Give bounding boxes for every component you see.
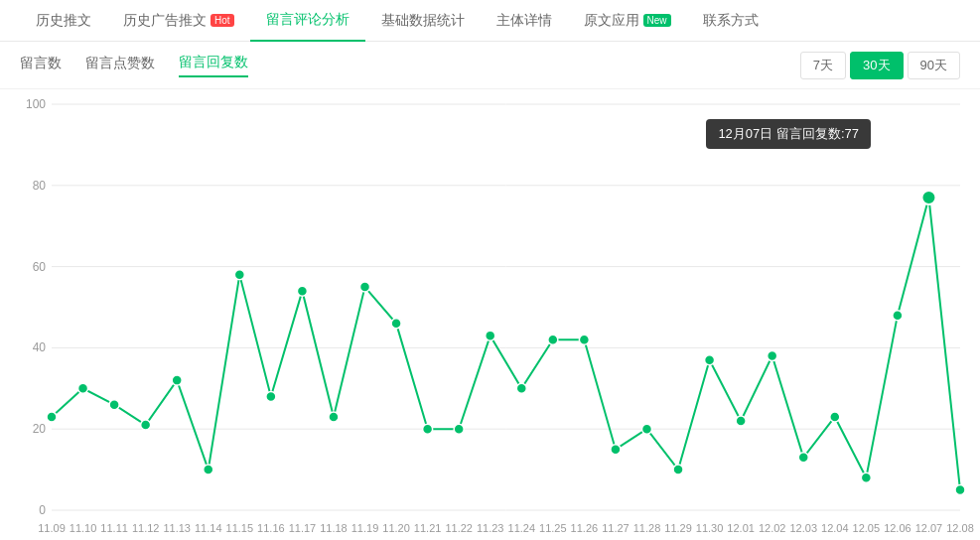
badge-new: New (643, 14, 671, 27)
time-buttons: 7天 30天 90天 (800, 52, 960, 79)
nav-item-comments[interactable]: 留言评论分析 (250, 0, 365, 42)
nav-item-stats[interactable]: 基础数据统计 (365, 0, 481, 42)
nav-item-history[interactable]: 历史推文 (20, 0, 107, 42)
sub-item-comment-replies[interactable]: 留言回复数 (179, 54, 248, 77)
sub-item-comment-likes[interactable]: 留言点赞数 (85, 55, 155, 76)
sub-item-comment-count[interactable]: 留言数 (20, 55, 62, 76)
sub-nav-left: 留言数 留言点赞数 留言回复数 (20, 54, 248, 77)
chart-area: 12月07日 留言回复数:77 0 20 40 60 80 100 (0, 89, 980, 540)
badge-hot: Hot (210, 14, 234, 27)
sub-nav: 留言数 留言点赞数 留言回复数 7天 30天 90天 (0, 42, 980, 89)
time-btn-30[interactable]: 30天 (850, 52, 903, 79)
nav-item-profile[interactable]: 主体详情 (481, 0, 568, 42)
nav-item-original[interactable]: 原文应用 New (568, 0, 687, 42)
time-btn-90[interactable]: 90天 (908, 52, 960, 79)
time-btn-7[interactable]: 7天 (800, 52, 846, 79)
nav-item-contact[interactable]: 联系方式 (687, 0, 774, 42)
nav-item-ads[interactable]: 历史广告推文 Hot (107, 0, 250, 42)
top-nav: 历史推文 历史广告推文 Hot 留言评论分析 基础数据统计 主体详情 原文应用 … (0, 0, 980, 42)
